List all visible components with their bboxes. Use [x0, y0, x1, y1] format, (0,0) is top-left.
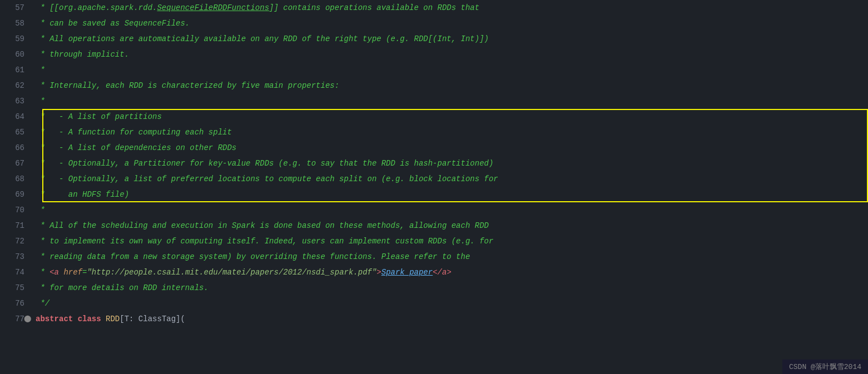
line-content-75: * for more details on RDD internals.	[33, 280, 868, 296]
line-content-76: */	[33, 296, 868, 311]
line-content-63: *	[33, 93, 868, 109]
line-content-62: * Internally, each RDD is characterized …	[33, 78, 868, 93]
table-row: 72 * to implement its own way of computi…	[0, 233, 868, 249]
line-content-58: * can be saved as SequenceFiles.	[33, 16, 868, 31]
line-content-70: *	[33, 202, 868, 218]
line-number-65: 65	[0, 124, 33, 140]
line-number-67: 67	[0, 156, 33, 171]
line-content-65: * - A function for computing each split	[33, 124, 868, 140]
table-row: 65 * - A function for computing each spl…	[0, 124, 868, 140]
line-number-59: 59	[0, 31, 33, 47]
line-number-69: 69	[0, 187, 33, 202]
table-row: 73 * reading data from a new storage sys…	[0, 249, 868, 265]
table-row: 61 *	[0, 62, 868, 78]
line-number-63: 63	[0, 93, 33, 109]
table-row: 67 * - Optionally, a Partitioner for key…	[0, 156, 868, 171]
line-content-66: * - A list of dependencies on other RDDs	[33, 140, 868, 156]
line-number-60: 60	[0, 47, 33, 62]
line-content-57: * [[org.apache.spark.rdd.SequenceFileRDD…	[33, 0, 868, 16]
table-row: 59 * All operations are automatically av…	[0, 31, 868, 47]
table-row: 68 * - Optionally, a list of preferred l…	[0, 171, 868, 187]
line-content-64: * - A list of partitions	[33, 109, 868, 124]
table-row: 64 * - A list of partitions	[0, 109, 868, 124]
line-number-73: 73	[0, 249, 33, 265]
line-number-64: 64	[0, 109, 33, 124]
line-content-71: * All of the scheduling and execution in…	[33, 218, 868, 233]
line-number-74: 74	[0, 265, 33, 280]
line-number-61: 61	[0, 62, 33, 78]
table-row: 63 *	[0, 93, 868, 109]
line-number-68: 68	[0, 171, 33, 187]
line-content-73: * reading data from a new storage system…	[33, 249, 868, 265]
table-row: 57 * [[org.apache.spark.rdd.SequenceFile…	[0, 0, 868, 16]
table-row: 74 * <a href="http://people.csail.mit.ed…	[0, 265, 868, 280]
table-row: 70 *	[0, 202, 868, 218]
line-content-61: *	[33, 62, 868, 78]
table-row: 58 * can be saved as SequenceFiles.	[0, 16, 868, 31]
line-number-70: 70	[0, 202, 33, 218]
table-row: 62 * Internally, each RDD is characteriz…	[0, 78, 868, 93]
table-row: 77 ⬤ abstract class RDD[T: ClassTag](	[0, 311, 868, 327]
line-content-60: * through implicit.	[33, 47, 868, 62]
line-content-68: * - Optionally, a list of preferred loca…	[33, 171, 868, 187]
line-number-72: 72	[0, 233, 33, 249]
line-content-59: * All operations are automatically avail…	[33, 31, 868, 47]
line-content-77: abstract class RDD[T: ClassTag](	[33, 311, 868, 327]
table-row: 69 * an HDFS file)	[0, 187, 868, 202]
code-editor: 57 * [[org.apache.spark.rdd.SequenceFile…	[0, 0, 868, 374]
line-number-71: 71	[0, 218, 33, 233]
table-row: 76 */	[0, 296, 868, 311]
line-content-74: * <a href="http://people.csail.mit.edu/m…	[33, 265, 868, 280]
table-row: 60 * through implicit.	[0, 47, 868, 62]
line-content-72: * to implement its own way of computing …	[33, 233, 868, 249]
line-number-62: 62	[0, 78, 33, 93]
watermark: CSDN @落叶飘雪2014	[782, 360, 868, 374]
line-content-67: * - Optionally, a Partitioner for key-va…	[33, 156, 868, 171]
line-content-69: * an HDFS file)	[33, 187, 868, 202]
line-number-57: 57	[0, 0, 33, 16]
breakpoint-icon: ⬤	[24, 311, 31, 327]
line-number-77: 77 ⬤	[0, 311, 33, 327]
table-row: 71 * All of the scheduling and execution…	[0, 218, 868, 233]
line-number-76: 76	[0, 296, 33, 311]
table-row: 75 * for more details on RDD internals.	[0, 280, 868, 296]
line-number-58: 58	[0, 16, 33, 31]
line-number-66: 66	[0, 140, 33, 156]
line-number-75: 75	[0, 280, 33, 296]
table-row: 66 * - A list of dependencies on other R…	[0, 140, 868, 156]
